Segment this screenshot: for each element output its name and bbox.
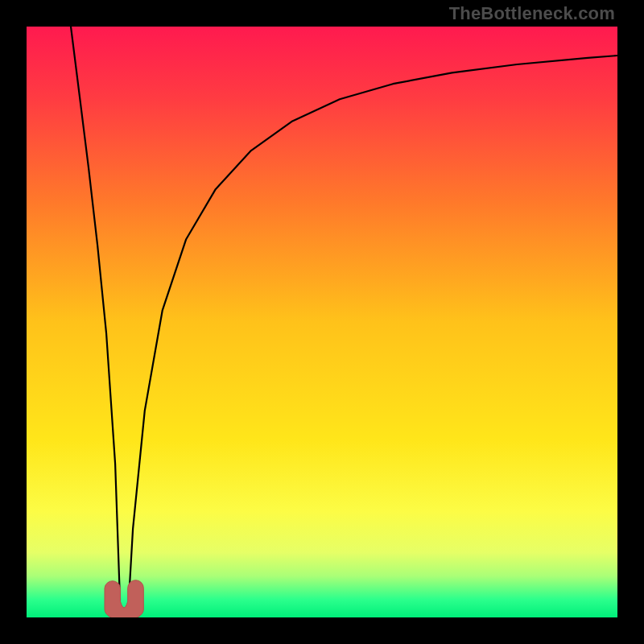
chart-svg xyxy=(27,27,617,617)
chart-frame: TheBottleneck.com xyxy=(0,0,644,644)
chart-plot-area xyxy=(27,27,617,617)
chart-background xyxy=(27,27,617,617)
watermark-label: TheBottleneck.com xyxy=(449,3,615,24)
